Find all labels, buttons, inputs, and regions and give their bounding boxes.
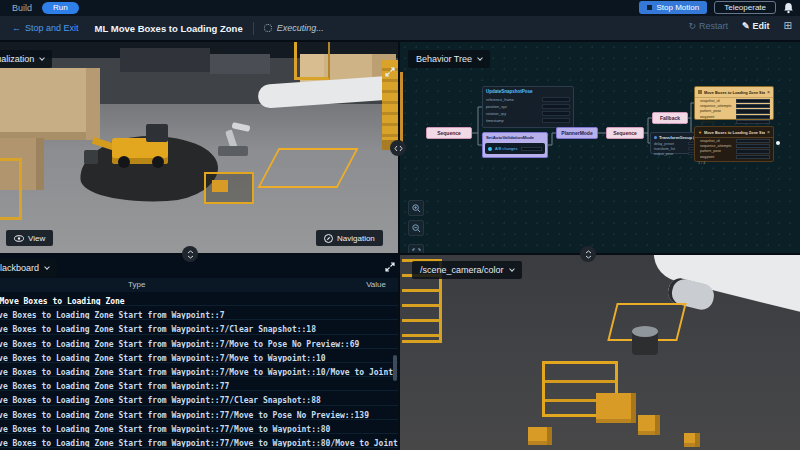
table-row[interactable]: ML Move Boxes to Loading Zone Start from… <box>0 306 398 320</box>
task-title: ML Move Boxes to Loading Zone <box>95 23 243 34</box>
restart-icon: ↻ <box>689 21 697 31</box>
table-row[interactable]: ML Move Boxes to Loading Zone Start from… <box>0 391 398 405</box>
prop-label: pattern_pose <box>700 109 721 113</box>
chevron-down-icon <box>44 264 50 270</box>
restart-label: Restart <box>699 21 728 31</box>
zoom-out-button[interactable] <box>408 220 424 236</box>
prop-value-field[interactable] <box>736 155 770 159</box>
expand-icon[interactable] <box>384 66 396 78</box>
prop-value-field[interactable] <box>736 115 770 119</box>
tree-node-planner-mode[interactable]: PlannerMode <box>556 127 598 139</box>
prop-label: waypoint <box>700 155 714 159</box>
node-subrow[interactable]: A/B changes <box>485 143 545 154</box>
pencil-icon: ✎ <box>742 21 750 31</box>
scene-drum-top <box>632 326 658 337</box>
execution-status: Executing... <box>277 23 324 33</box>
expand-icon[interactable] <box>384 261 396 273</box>
prop-value-field[interactable] <box>542 104 570 109</box>
warning-icon: ▼ <box>698 130 702 135</box>
row-text: ML Move Boxes to Loading Zone Start from… <box>0 380 229 391</box>
edit-label: Edit <box>753 21 770 31</box>
tree-node-sequence-2[interactable]: Sequence <box>606 127 644 139</box>
prop-value-field[interactable] <box>736 104 770 108</box>
close-icon[interactable]: × <box>767 89 770 95</box>
scene-robot-base <box>218 146 248 156</box>
camera-topic-dropdown[interactable]: /scene_camera/color <box>412 261 522 279</box>
table-row[interactable]: ML Move Boxes to Loading Zone Start from… <box>0 434 398 448</box>
zoom-in-button[interactable] <box>408 200 424 216</box>
prop-value-field[interactable] <box>736 120 770 124</box>
stop-square-icon <box>647 5 652 10</box>
tree-node-sequence[interactable]: Sequence <box>426 127 472 139</box>
visualization-dropdown[interactable]: Visualization <box>0 50 52 68</box>
prop-value-field[interactable] <box>542 111 570 116</box>
progress-bar <box>521 147 542 151</box>
teleoperate-label: Teleoperate <box>724 3 766 12</box>
bell-icon[interactable] <box>783 2 794 14</box>
prop-value-field[interactable] <box>736 149 770 153</box>
column-header-type[interactable]: Type <box>128 280 145 289</box>
tab-build[interactable]: Build <box>12 3 32 13</box>
stop-motion-button[interactable]: Stop Motion <box>639 1 707 14</box>
navigation-button[interactable]: Navigation <box>316 230 383 246</box>
spinner-icon <box>264 24 272 32</box>
scene-box <box>638 415 660 435</box>
scene-building <box>120 48 210 72</box>
prop-value-field[interactable] <box>736 144 770 148</box>
stop-and-exit-link[interactable]: ← Stop and Exit <box>12 23 79 33</box>
node-pagination[interactable]: 1 / 4 <box>695 160 773 166</box>
prop-value-field[interactable] <box>736 139 770 143</box>
stop-and-exit-label: Stop and Exit <box>25 23 79 33</box>
node-title: SetAutoValidationMode <box>483 133 547 142</box>
tree-node-update-snapshot-pose[interactable]: UpdateSnapshotPose reference_frame posit… <box>482 86 574 128</box>
horizontal-divider[interactable] <box>0 253 800 255</box>
column-header-value[interactable]: Value <box>366 280 386 289</box>
table-row[interactable]: ML Move Boxes to Loading Zone <box>0 292 398 306</box>
scene-box <box>684 433 700 447</box>
prop-value-field[interactable] <box>542 118 570 123</box>
table-row[interactable]: ML Move Boxes to Loading Zone Start from… <box>0 420 398 434</box>
tree-node-set-auto-validation[interactable]: SetAutoValidationMode A/B changes <box>482 132 548 158</box>
blackboard-dropdown-label: Blackboard <box>0 263 39 273</box>
prop-value-field[interactable] <box>736 99 770 103</box>
back-arrow-icon: ← <box>12 23 21 33</box>
restart-button[interactable]: ↻ Restart <box>689 21 729 31</box>
divider <box>253 22 254 35</box>
node-title: UpdateSnapshotPose <box>483 87 573 96</box>
tree-node-move-boxes-waypoint[interactable]: Move Boxes to Loading Zone Start from Wa… <box>694 86 774 120</box>
app-window: Build Run Stop Motion Teleoperate ← Stop… <box>0 0 800 450</box>
vertical-divider[interactable] <box>398 42 400 450</box>
behavior-tree-canvas[interactable]: Behavior Tree Sequence UpdateSnapshotPos… <box>400 42 800 253</box>
table-row[interactable]: ML Move Boxes to Loading Zone Start from… <box>0 377 398 391</box>
visualization-dropdown-label: Visualization <box>0 54 34 64</box>
view-button[interactable]: View <box>6 230 53 246</box>
scene-loader-bucket <box>84 150 98 164</box>
tab-run[interactable]: Run <box>42 2 79 14</box>
table-row[interactable]: ML Move Boxes to Loading Zone Start from… <box>0 363 398 377</box>
right-horizontal-splitter-handle[interactable] <box>580 246 596 262</box>
vertical-splitter-handle[interactable] <box>390 140 406 156</box>
tree-node-move-boxes-waypoint-77[interactable]: ▼ Move Boxes to Loading Zone Start from … <box>694 126 774 162</box>
close-icon[interactable]: × <box>767 129 770 135</box>
mode-bar: Build Run Stop Motion Teleoperate <box>0 0 800 16</box>
left-horizontal-splitter-handle[interactable] <box>182 246 198 262</box>
blackboard-dropdown[interactable]: Blackboard <box>0 259 57 277</box>
teleoperate-button[interactable]: Teleoperate <box>714 1 776 14</box>
fit-view-button[interactable] <box>408 244 424 253</box>
status-dot-icon <box>488 147 492 151</box>
scrollbar-thumb[interactable] <box>393 355 397 381</box>
scene-loader-cab <box>146 124 168 142</box>
prop-value-field[interactable] <box>736 109 770 113</box>
output-port-dot[interactable] <box>776 141 780 145</box>
tree-node-fallback[interactable]: Fallback <box>652 112 688 124</box>
prop-label: pattern_pose <box>700 149 721 153</box>
prop-value-field[interactable] <box>542 97 570 102</box>
table-row[interactable]: ML Move Boxes to Loading Zone Start from… <box>0 335 398 349</box>
layout-grid-icon[interactable]: ⊞ <box>784 20 792 31</box>
table-row[interactable]: ML Move Boxes to Loading Zone Start from… <box>0 349 398 363</box>
table-row[interactable]: ML Move Boxes to Loading Zone Start from… <box>0 320 398 334</box>
table-row[interactable]: ML Move Boxes to Loading Zone Start from… <box>0 406 398 420</box>
row-text: ML Move Boxes to Loading Zone Start from… <box>0 338 359 349</box>
edit-button[interactable]: ✎ Edit <box>742 21 770 31</box>
visualization-viewport[interactable]: Visualization View Navigation <box>0 42 398 253</box>
